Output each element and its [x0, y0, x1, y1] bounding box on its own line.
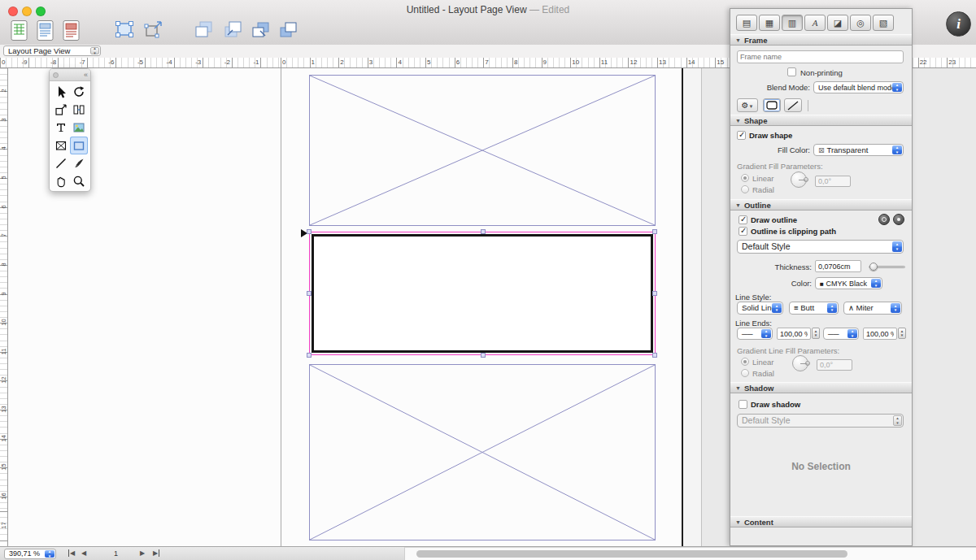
frame-name-input[interactable]: [737, 50, 904, 63]
ruler-number: 5: [427, 59, 430, 67]
selection-handle[interactable]: [481, 229, 486, 234]
selection-handle[interactable]: [307, 353, 312, 358]
line-end-select[interactable]: ── ▲▼: [823, 328, 859, 340]
selection-handle[interactable]: [307, 291, 312, 296]
selection-handle[interactable]: [307, 229, 312, 234]
page-grid-button[interactable]: [8, 18, 33, 42]
empty-frame-tool[interactable]: [52, 137, 70, 154]
send-backward-button[interactable]: [221, 18, 246, 42]
line-gradient-radial-radio[interactable]: [741, 369, 749, 377]
horizontal-scrollbar[interactable]: [404, 547, 976, 560]
selection-handle[interactable]: [481, 353, 486, 358]
hand-tool[interactable]: [52, 172, 70, 190]
fill-color-select[interactable]: ⊠ Transparent ▲▼: [813, 144, 904, 156]
rotate-tool[interactable]: [70, 83, 88, 101]
outline-center-button[interactable]: [893, 214, 904, 225]
tab-book[interactable]: ▧: [873, 15, 894, 31]
bring-forward-button[interactable]: [192, 18, 216, 42]
thickness-label: Thickness:: [730, 261, 812, 273]
outline-target-button[interactable]: [878, 214, 890, 225]
outline-color-select[interactable]: ■ CMYK Black ▲▼: [815, 277, 882, 289]
palette-collapse-button[interactable]: «: [84, 69, 88, 80]
selection-handle[interactable]: [652, 291, 657, 296]
line-end-scale-field[interactable]: [863, 328, 897, 340]
shadow-style-select[interactable]: Default Style ▲▼: [737, 414, 904, 428]
last-page-button[interactable]: ▶: [153, 549, 159, 557]
palette-close-button[interactable]: [53, 72, 59, 78]
line-gradient-linear-radio[interactable]: [741, 358, 749, 366]
first-page-button[interactable]: ◀: [68, 549, 75, 557]
line-join-select[interactable]: ∧ Miter ▲▼: [843, 302, 902, 315]
picture-frame-top[interactable]: [309, 75, 656, 226]
ruler-number: -8: [50, 59, 56, 67]
line-start-scale-stepper[interactable]: ▲▼: [812, 328, 820, 339]
line-start-scale-field[interactable]: [777, 328, 811, 340]
zoom-tool[interactable]: [70, 172, 88, 190]
zoom-level-select[interactable]: 390,71 % ▲▼: [4, 549, 56, 559]
tab-page[interactable]: ▥: [782, 15, 803, 31]
view-mode-select[interactable]: Layout Page View ▲▼: [3, 46, 101, 56]
gradient-linear-radio[interactable]: [741, 174, 749, 182]
section-header-shadow[interactable]: ▼Shadow: [730, 382, 912, 393]
line-style-select[interactable]: Solid Line ▲▼: [737, 302, 783, 315]
scale-tool[interactable]: [52, 101, 70, 119]
gradient-angle-field[interactable]: [815, 176, 851, 187]
ruler-number: 15: [0, 461, 7, 474]
section-header-shape[interactable]: ▼Shape: [730, 115, 912, 126]
frame-settings-gear-button[interactable]: ⚙▼: [737, 98, 758, 112]
info-button[interactable]: i: [946, 11, 971, 37]
line-start-select[interactable]: ── ▲▼: [737, 328, 773, 340]
tab-frame[interactable]: ▦: [759, 15, 780, 31]
section-header-frame[interactable]: ▼Frame: [730, 34, 912, 46]
thickness-slider-knob[interactable]: [869, 263, 878, 271]
picture-frame-bottom[interactable]: [309, 364, 656, 540]
rectangle-tool[interactable]: [70, 137, 88, 154]
page-grid-icon: [10, 20, 29, 42]
line-tool[interactable]: [52, 154, 70, 172]
gradient-radial-radio[interactable]: [741, 185, 749, 193]
line-end-scale-stepper[interactable]: ▲▼: [898, 328, 906, 339]
horizontal-scrollbar-thumb[interactable]: [416, 550, 847, 558]
outline-clipping-checkbox[interactable]: [739, 227, 747, 236]
bezier-tool[interactable]: [70, 154, 88, 172]
outline-style-select[interactable]: Default Style ▲▼: [737, 240, 904, 254]
line-gradient-angle-field[interactable]: [817, 359, 852, 371]
blend-mode-select[interactable]: Use default blend mode ▲▼: [813, 81, 904, 93]
non-printing-checkbox[interactable]: [787, 67, 796, 76]
tab-image[interactable]: ◎: [850, 15, 871, 31]
tab-text[interactable]: A: [804, 15, 826, 31]
scale-frame-button[interactable]: [142, 18, 166, 42]
gradient-angle-dial[interactable]: [791, 171, 807, 188]
text-tool[interactable]: [52, 119, 70, 137]
line-gradient-angle-dial[interactable]: [792, 355, 808, 371]
select-frame-button[interactable]: [112, 18, 137, 42]
section-header-content[interactable]: ▼Content: [730, 516, 912, 527]
tab-document[interactable]: ▤: [736, 15, 757, 31]
shape-line-button[interactable]: [784, 98, 802, 112]
plain-line-icon: ──: [828, 329, 839, 338]
next-page-button[interactable]: ▶: [140, 549, 145, 557]
transparent-swatch-icon: ⊠: [818, 145, 825, 154]
tab-color[interactable]: ◪: [827, 15, 848, 31]
selected-frame[interactable]: [309, 232, 656, 355]
image-tool[interactable]: [70, 119, 88, 137]
selection-handle[interactable]: [652, 353, 657, 358]
page-red-button[interactable]: [60, 18, 85, 42]
draw-shadow-checkbox[interactable]: [739, 400, 747, 409]
pointer-tool[interactable]: [52, 83, 70, 101]
line-cap-select[interactable]: ≡ Butt ▲▼: [789, 302, 839, 315]
text-chain-tool[interactable]: [70, 101, 88, 119]
send-to-back-button[interactable]: [277, 18, 301, 42]
thickness-field[interactable]: [815, 260, 861, 272]
tool-palette-titlebar[interactable]: «: [50, 69, 90, 81]
draw-shape-checkbox[interactable]: [737, 131, 746, 140]
previous-page-button[interactable]: ◀: [81, 549, 86, 557]
draw-outline-checkbox[interactable]: [739, 215, 747, 224]
ruler-number: 3: [0, 113, 7, 126]
shape-rectangle-button[interactable]: [763, 98, 781, 112]
bring-to-front-button[interactable]: [249, 18, 273, 42]
section-header-outline[interactable]: ▼Outline: [730, 199, 912, 211]
ruler-number: 12: [630, 59, 637, 67]
selection-handle[interactable]: [652, 229, 657, 234]
page-lines-button[interactable]: [34, 18, 59, 42]
